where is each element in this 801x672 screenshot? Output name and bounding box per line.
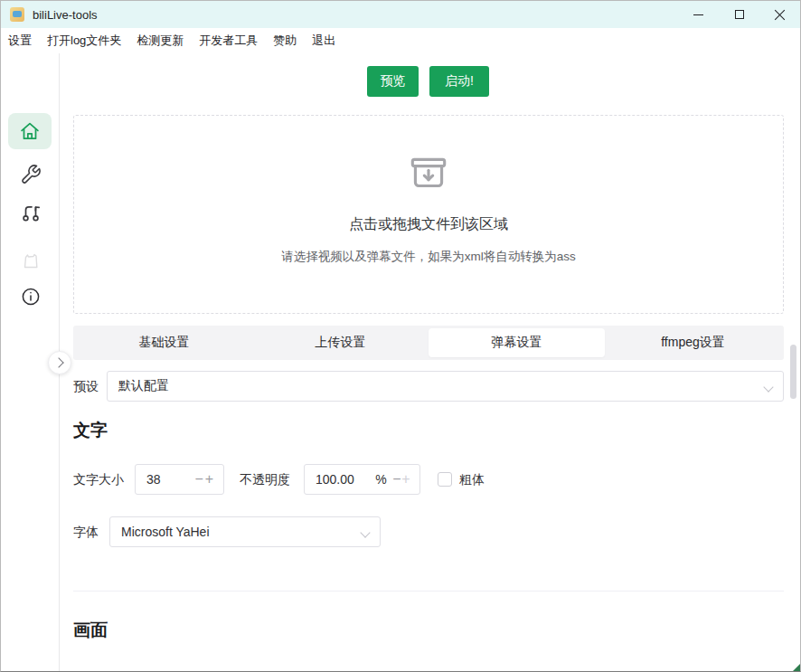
font-size-decrement-button[interactable]: − bbox=[194, 465, 204, 494]
font-size-label: 文字大小 bbox=[73, 464, 124, 495]
opacity-increment-button[interactable]: + bbox=[401, 465, 410, 494]
home-icon bbox=[18, 119, 42, 143]
opacity-decrement-button[interactable]: − bbox=[392, 465, 401, 494]
menu-item-open-log-folder[interactable]: 打开log文件夹 bbox=[47, 33, 121, 49]
tab-danmaku-settings[interactable]: 弹幕设置 bbox=[429, 328, 605, 357]
font-family-select[interactable]: Microsoft YaHei bbox=[109, 516, 381, 547]
preset-select-value: 默认配置 bbox=[118, 378, 169, 394]
sidebar-expand-button[interactable] bbox=[48, 351, 71, 374]
sidebar-item-tools[interactable] bbox=[19, 163, 42, 185]
app-logo-icon bbox=[10, 7, 24, 22]
minimize-icon bbox=[693, 14, 703, 15]
menu-item-check-update[interactable]: 检测更新 bbox=[137, 33, 184, 49]
menu-item-sponsor[interactable]: 赞助 bbox=[273, 33, 297, 49]
clip-icon bbox=[20, 249, 42, 270]
app-window: biliLive-tools 设置 打开log文件夹 检测更新 开发者工具 赞助… bbox=[0, 0, 801, 672]
tab-basic-settings[interactable]: 基础设置 bbox=[76, 328, 252, 357]
chevron-right-icon bbox=[53, 357, 63, 367]
sidebar-item-pipeline[interactable] bbox=[19, 201, 42, 223]
close-icon bbox=[775, 9, 786, 20]
sidebar-item-clip[interactable] bbox=[19, 248, 42, 270]
bold-checkbox[interactable] bbox=[438, 472, 452, 487]
settings-tabbar: 基础设置 上传设置 弹幕设置 ffmpeg设置 bbox=[73, 326, 784, 360]
menu-item-exit[interactable]: 退出 bbox=[312, 33, 335, 49]
chevron-down-icon bbox=[763, 382, 773, 392]
dropzone-title: 点击或拖拽文件到该区域 bbox=[74, 215, 783, 234]
archive-download-icon bbox=[74, 152, 783, 201]
close-button[interactable] bbox=[759, 1, 800, 28]
start-button[interactable]: 启动! bbox=[429, 66, 489, 97]
resize-grip[interactable] bbox=[793, 664, 800, 671]
bold-label: 粗体 bbox=[459, 464, 485, 495]
dropzone-hint: 请选择视频以及弹幕文件，如果为xml将自动转换为ass bbox=[74, 249, 783, 265]
font-size-field[interactable] bbox=[146, 472, 194, 487]
maximize-icon bbox=[735, 10, 744, 19]
text-section-title: 文字 bbox=[73, 419, 108, 442]
preview-button[interactable]: 预览 bbox=[367, 66, 419, 97]
opacity-field[interactable] bbox=[316, 472, 375, 487]
sidebar-item-about[interactable] bbox=[19, 285, 42, 308]
font-size-input: − + bbox=[135, 464, 224, 495]
tab-upload-settings[interactable]: 上传设置 bbox=[252, 328, 429, 357]
section-divider bbox=[73, 591, 784, 592]
tab-ffmpeg-settings[interactable]: ffmpeg设置 bbox=[605, 328, 781, 357]
menu-bar: 设置 打开log文件夹 检测更新 开发者工具 赞助 退出 bbox=[1, 28, 800, 53]
menu-item-settings[interactable]: 设置 bbox=[8, 33, 32, 49]
title-bar: biliLive-tools bbox=[1, 1, 800, 28]
font-family-select-value: Microsoft YaHei bbox=[121, 525, 210, 539]
chevron-down-icon bbox=[360, 527, 370, 537]
font-size-increment-button[interactable]: + bbox=[204, 465, 214, 494]
vertical-scrollbar[interactable] bbox=[790, 345, 796, 399]
screen-section-title: 画面 bbox=[73, 619, 108, 642]
preset-label: 预设 bbox=[73, 371, 99, 402]
maximize-button[interactable] bbox=[719, 1, 759, 28]
menu-item-devtools[interactable]: 开发者工具 bbox=[199, 33, 258, 49]
window-title: biliLive-tools bbox=[33, 8, 98, 22]
info-icon bbox=[20, 286, 42, 308]
opacity-percent-suffix: % bbox=[375, 472, 386, 487]
git-pull-request-icon bbox=[20, 202, 42, 223]
font-family-label: 字体 bbox=[73, 516, 99, 547]
file-dropzone[interactable]: 点击或拖拽文件到该区域 请选择视频以及弹幕文件，如果为xml将自动转换为ass bbox=[73, 115, 784, 314]
opacity-input: % − + bbox=[304, 464, 420, 495]
minimize-button[interactable] bbox=[678, 1, 719, 28]
wrench-icon bbox=[20, 164, 42, 185]
window-controls bbox=[678, 1, 800, 28]
preset-select[interactable]: 默认配置 bbox=[107, 371, 784, 402]
opacity-label: 不透明度 bbox=[240, 464, 290, 495]
sidebar-item-home[interactable] bbox=[8, 113, 52, 149]
